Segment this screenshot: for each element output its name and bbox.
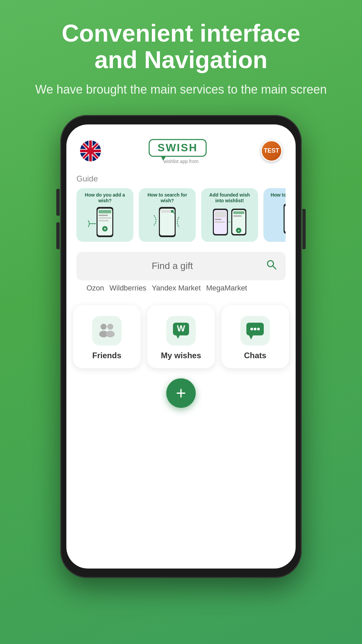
marketplace-ozon[interactable]: Ozon	[86, 284, 104, 292]
guide-label: Guide	[76, 174, 286, 183]
marketplace-tags: Ozon Wildberries Yandex Market MegaMarke…	[76, 280, 286, 292]
guide-card-1[interactable]: How to search for wish?	[139, 188, 196, 242]
svg-rect-17	[99, 217, 111, 219]
svg-text:W: W	[177, 323, 185, 333]
guide-card-title-1: How to search for wish?	[142, 192, 192, 204]
svg-rect-15	[99, 210, 111, 213]
guide-cards-container: How do you add a wish? +	[76, 188, 286, 242]
logo-tagline: wishlist app from	[164, 159, 198, 164]
test-badge[interactable]: TEST	[261, 140, 282, 162]
guide-card-2[interactable]: Add founded wish into wishlist!	[201, 188, 258, 242]
svg-rect-30	[215, 221, 225, 223]
svg-point-48	[107, 324, 113, 330]
actions-section: Friends W My wishes	[66, 296, 296, 375]
svg-text:+: +	[104, 226, 106, 231]
friends-label: Friends	[92, 351, 121, 360]
phone-power-button	[302, 209, 306, 249]
svg-rect-28	[215, 211, 226, 217]
guide-card-title-3: How to find friends	[271, 192, 286, 198]
friends-icon	[96, 320, 118, 341]
search-bar[interactable]: Find a gift	[76, 252, 286, 280]
svg-rect-38	[285, 205, 286, 232]
chats-label: Chats	[244, 351, 266, 360]
svg-rect-33	[233, 211, 244, 214]
guide-card-image-1	[142, 205, 192, 239]
guide-card-title-0: How do you add a wish?	[80, 192, 130, 204]
main-subtitle: We have brought the main services to the…	[35, 81, 327, 98]
svg-point-56	[254, 328, 256, 330]
marketplace-mega[interactable]: MegaMarket	[206, 284, 247, 292]
svg-rect-29	[215, 219, 222, 220]
marketplace-yandex[interactable]: Yandex Market	[152, 284, 201, 292]
guide-card-image-2: +	[204, 205, 255, 239]
svg-text:+: +	[237, 228, 240, 233]
fab-area: +	[66, 375, 296, 408]
guide-card-image-0: +	[80, 205, 130, 239]
action-card-wishes[interactable]: W My wishes	[147, 305, 215, 368]
svg-marker-54	[249, 335, 253, 339]
app-logo: SWISH wishlist app from	[147, 138, 215, 164]
phone-volume-up-button	[56, 189, 60, 216]
svg-point-24	[171, 210, 174, 213]
svg-rect-18	[99, 220, 109, 221]
wishes-icon-bg: W	[166, 316, 196, 345]
svg-line-45	[273, 266, 276, 269]
phone-mockup: SWISH wishlist app from TEST Guide How d…	[60, 115, 302, 578]
phone-volume-down-button	[56, 222, 60, 249]
search-icon	[265, 259, 278, 274]
guide-card-title-2: Add founded wish into wishlist!	[204, 192, 255, 204]
svg-point-57	[257, 328, 260, 330]
marketplace-wildberries[interactable]: Wildberries	[110, 284, 146, 292]
search-section: Find a gift Ozon Wildberries Yandex Mark…	[66, 242, 296, 296]
phone-screen: SWISH wishlist app from TEST Guide How d…	[66, 124, 296, 569]
svg-point-46	[101, 324, 107, 330]
svg-rect-34	[233, 215, 242, 217]
app-header: SWISH wishlist app from TEST	[66, 124, 296, 171]
guide-card-0[interactable]: How do you add a wish? +	[76, 188, 133, 242]
friends-icon-bg	[92, 316, 122, 345]
svg-point-55	[250, 328, 253, 330]
wishes-icon: W	[170, 320, 192, 341]
chats-icon-bg	[240, 316, 270, 345]
guide-card-image-3	[267, 200, 286, 238]
chats-icon	[244, 320, 266, 341]
action-card-chats[interactable]: Chats	[222, 305, 289, 368]
svg-marker-51	[176, 335, 180, 339]
wishes-label: My wishes	[161, 351, 201, 360]
search-input[interactable]: Find a gift	[84, 261, 260, 271]
language-flag[interactable]	[80, 140, 101, 162]
guide-section: Guide How do you add a wish? +	[66, 171, 296, 242]
svg-rect-16	[99, 215, 108, 216]
fab-add-button[interactable]: +	[166, 378, 196, 408]
action-card-friends[interactable]: Friends	[73, 305, 140, 368]
guide-card-3[interactable]: How to find friends	[263, 188, 286, 242]
svg-text:SWISH: SWISH	[158, 142, 198, 154]
main-title: Convenient interface and Navigation	[35, 20, 327, 73]
page-header: Convenient interface and Navigation We h…	[15, 0, 347, 108]
svg-point-49	[106, 331, 115, 337]
